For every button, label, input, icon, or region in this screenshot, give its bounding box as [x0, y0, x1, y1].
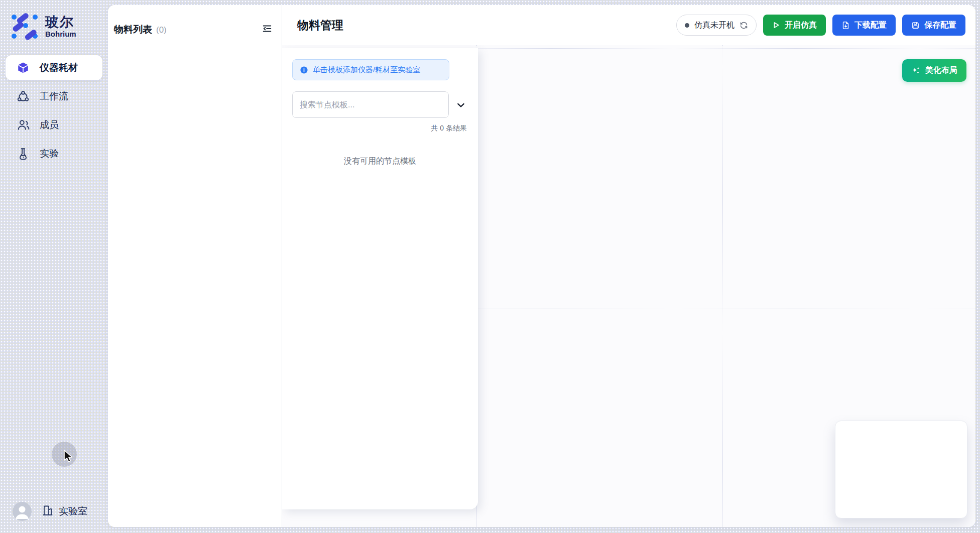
- empty-template-text: 没有可用的节点模板: [292, 156, 468, 167]
- simulation-status-pill[interactable]: 仿真未开机: [676, 15, 757, 36]
- save-icon: [911, 21, 920, 30]
- collapse-panel-icon[interactable]: [262, 23, 273, 36]
- sparkles-icon: [911, 66, 921, 75]
- canvas-gridline: [722, 45, 723, 527]
- template-hint-banner: 单击模板添加仪器/耗材至实验室: [292, 59, 449, 80]
- sidebar-item-workflow[interactable]: 工作流: [6, 84, 102, 109]
- sidebar-item-label: 成员: [40, 118, 59, 131]
- template-hint-text: 单击模板添加仪器/耗材至实验室: [313, 65, 420, 75]
- sidebar-item-label: 工作流: [40, 90, 68, 103]
- sidebar-item-label: 实验: [40, 147, 59, 160]
- start-simulation-label: 开启仿真: [785, 20, 817, 31]
- minimap[interactable]: [835, 421, 967, 518]
- node-template-panel: 单击模板添加仪器/耗材至实验室 共 0 条结果 没有可用的节点模板: [282, 48, 478, 509]
- experiment-icon: [17, 147, 30, 160]
- avatar[interactable]: [13, 502, 32, 521]
- mouse-cursor: [60, 448, 74, 463]
- sidebar-menu: 仪器耗材 工作流 成员: [0, 55, 108, 166]
- brand-name-en: Bohrium: [45, 30, 76, 39]
- header-actions: 仿真未开机 开启仿真: [676, 15, 965, 36]
- main-header: 物料管理 仿真未开机: [282, 5, 975, 45]
- sidebar-item-experiment[interactable]: 实验: [6, 141, 102, 166]
- material-list-header: 物料列表 (0): [108, 5, 282, 36]
- template-search-row: [292, 91, 468, 118]
- beautify-layout-button[interactable]: 美化布局: [902, 59, 966, 82]
- cube-icon: [17, 61, 30, 74]
- building-icon: [42, 504, 54, 518]
- flow-canvas[interactable]: 单击模板添加仪器/耗材至实验室 共 0 条结果 没有可用的节点模板: [282, 45, 975, 527]
- page-title: 物料管理: [297, 18, 343, 33]
- download-config-button[interactable]: 下载配置: [832, 15, 896, 36]
- material-list-panel: 物料列表 (0): [108, 5, 282, 527]
- refresh-icon[interactable]: [740, 21, 748, 30]
- save-config-label: 保存配置: [924, 20, 956, 31]
- workflow-icon: [17, 90, 30, 103]
- info-icon: [300, 66, 308, 74]
- chevron-down-icon[interactable]: [454, 98, 467, 111]
- download-config-label: 下载配置: [854, 20, 887, 31]
- material-list-title: 物料列表: [114, 23, 152, 36]
- sidebar-item-members[interactable]: 成员: [6, 112, 102, 138]
- file-download-icon: [841, 21, 850, 30]
- save-config-button[interactable]: 保存配置: [902, 15, 965, 36]
- play-icon: [772, 21, 780, 29]
- main-panel: 物料管理 仿真未开机: [282, 5, 975, 527]
- sidebar-item-instruments[interactable]: 仪器耗材: [6, 55, 102, 80]
- lab-label: 实验室: [59, 505, 87, 518]
- bohrium-logo-icon: [10, 12, 39, 41]
- brand-name: 玻尔 Bohrium: [45, 15, 76, 38]
- brand-logo: 玻尔 Bohrium: [0, 11, 108, 42]
- content-container: 物料列表 (0) 物料管理 仿真未开机: [108, 5, 975, 527]
- search-input[interactable]: [292, 91, 449, 118]
- members-icon: [17, 118, 30, 131]
- lab-link[interactable]: 实验室: [42, 504, 87, 518]
- sidebar-item-label: 仪器耗材: [40, 61, 78, 74]
- result-count: 共 0 条结果: [292, 124, 478, 133]
- status-label: 仿真未开机: [694, 20, 734, 31]
- start-simulation-button[interactable]: 开启仿真: [763, 15, 826, 36]
- status-dot-icon: [685, 23, 689, 28]
- beautify-layout-label: 美化布局: [925, 65, 957, 76]
- material-list-count: (0): [156, 25, 167, 35]
- brand-name-cn: 玻尔: [45, 15, 76, 30]
- sidebar-footer: 实验室: [0, 502, 108, 521]
